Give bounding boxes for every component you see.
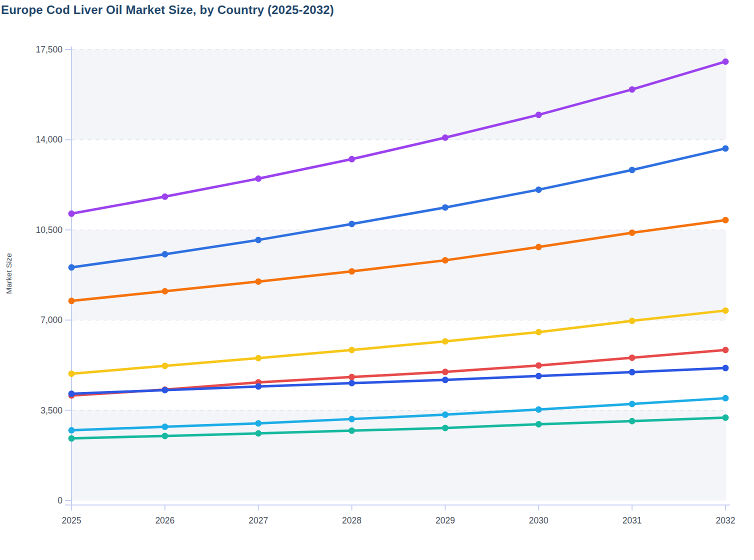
x-tick-label: 2032 — [716, 516, 736, 526]
series-blue-point-2027[interactable] — [255, 236, 262, 243]
x-tick-label: 2027 — [248, 516, 268, 526]
series-red-point-2030[interactable] — [536, 362, 542, 368]
series-red-point-2028[interactable] — [348, 374, 355, 380]
series-royal-blue-point-2031[interactable] — [629, 369, 636, 376]
series-blue-point-2031[interactable] — [629, 166, 636, 173]
series-orange-point-2025[interactable] — [68, 298, 75, 304]
x-tick-label: 2030 — [529, 516, 548, 526]
series-royal-blue-line — [72, 368, 726, 394]
series-light-blue-point-2025[interactable] — [68, 427, 75, 434]
series-yellow-point-2029[interactable] — [442, 338, 448, 344]
series-red-point-2029[interactable] — [442, 368, 448, 375]
series-yellow-point-2028[interactable] — [348, 346, 355, 353]
series-teal-point-2029[interactable] — [442, 424, 448, 431]
series-light-blue-point-2026[interactable] — [162, 424, 168, 430]
y-tick-label: 7,000 — [40, 315, 62, 325]
y-tick-label: 0 — [58, 496, 62, 506]
series-blue-point-2029[interactable] — [442, 204, 448, 210]
series-light-blue-point-2027[interactable] — [255, 420, 262, 426]
y-tick-label: 14,000 — [36, 134, 62, 144]
series-orange-point-2031[interactable] — [629, 230, 636, 236]
series-orange-point-2028[interactable] — [348, 268, 355, 274]
series-blue-point-2032[interactable] — [722, 145, 729, 152]
series-light-blue-point-2029[interactable] — [442, 412, 448, 418]
series-yellow-point-2031[interactable] — [629, 318, 636, 324]
series-yellow-point-2032[interactable] — [722, 308, 729, 314]
series-purple-point-2025[interactable] — [68, 210, 75, 217]
series-blue-point-2030[interactable] — [536, 186, 542, 193]
series-royal-blue-point-2026[interactable] — [162, 387, 168, 394]
x-tick-label: 2025 — [62, 516, 82, 526]
series-teal-point-2031[interactable] — [629, 418, 636, 424]
series-purple-point-2030[interactable] — [536, 112, 542, 118]
line-chart: 17,50014,00010,5007,0003,500020252026202… — [0, 0, 754, 560]
x-tick-label: 2029 — [436, 516, 455, 526]
series-purple-point-2027[interactable] — [255, 176, 262, 182]
series-purple-point-2028[interactable] — [348, 156, 355, 162]
series-red-point-2032[interactable] — [722, 346, 729, 353]
series-blue-point-2028[interactable] — [348, 220, 355, 227]
series-blue-point-2025[interactable] — [68, 264, 75, 270]
background-band — [72, 410, 726, 500]
series-purple-point-2026[interactable] — [162, 194, 168, 200]
series-blue-point-2026[interactable] — [162, 251, 168, 258]
series-teal-point-2030[interactable] — [536, 421, 542, 428]
y-tick-label: 17,500 — [36, 44, 62, 54]
series-purple-point-2032[interactable] — [722, 58, 729, 65]
background-band — [72, 230, 726, 320]
series-orange-point-2032[interactable] — [722, 217, 729, 224]
series-teal-point-2032[interactable] — [722, 414, 729, 421]
series-yellow-point-2030[interactable] — [536, 329, 542, 336]
series-teal-point-2025[interactable] — [68, 435, 75, 442]
series-royal-blue-point-2028[interactable] — [348, 380, 355, 386]
series-royal-blue-point-2030[interactable] — [536, 373, 542, 380]
y-tick-label: 3,500 — [40, 406, 62, 416]
series-royal-blue-point-2027[interactable] — [255, 383, 262, 390]
series-purple-point-2029[interactable] — [442, 134, 448, 141]
series-teal-point-2028[interactable] — [348, 428, 355, 434]
series-royal-blue-point-2029[interactable] — [442, 376, 448, 383]
series-light-blue-point-2030[interactable] — [536, 406, 542, 413]
series-yellow-point-2025[interactable] — [68, 370, 75, 377]
series-teal-point-2027[interactable] — [255, 430, 262, 436]
x-tick-label: 2026 — [155, 516, 174, 526]
series-red-point-2031[interactable] — [629, 354, 636, 361]
series-orange-point-2027[interactable] — [255, 278, 262, 285]
series-royal-blue-point-2025[interactable] — [68, 390, 75, 397]
series-orange-point-2026[interactable] — [162, 288, 168, 294]
background-band — [72, 50, 726, 140]
series-light-blue-point-2032[interactable] — [722, 395, 729, 402]
y-tick-label: 10,500 — [36, 225, 62, 235]
series-light-blue-point-2028[interactable] — [348, 416, 355, 422]
series-yellow-point-2026[interactable] — [162, 362, 168, 369]
series-yellow-point-2027[interactable] — [255, 355, 262, 362]
x-tick-label: 2031 — [622, 516, 642, 526]
series-orange-point-2029[interactable] — [442, 257, 448, 264]
series-royal-blue-point-2032[interactable] — [722, 365, 729, 372]
series-orange-point-2030[interactable] — [536, 244, 542, 250]
x-tick-label: 2028 — [342, 516, 362, 526]
series-purple-point-2031[interactable] — [629, 86, 636, 92]
series-teal-point-2026[interactable] — [162, 432, 168, 439]
series-light-blue-point-2031[interactable] — [629, 400, 636, 407]
